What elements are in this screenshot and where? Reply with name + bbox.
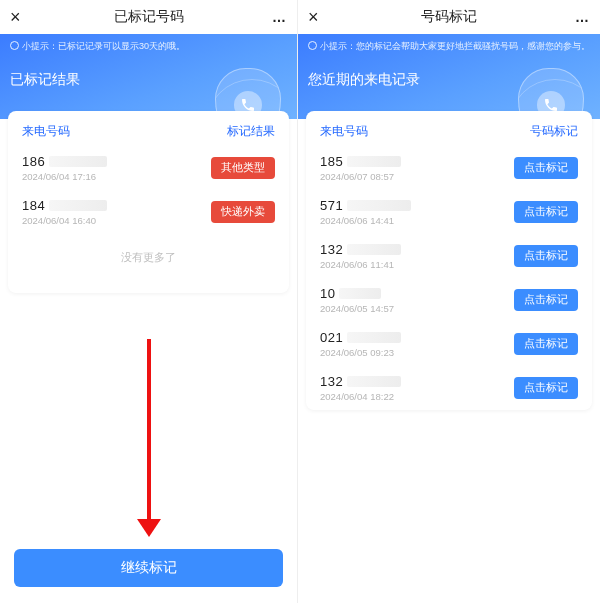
more-icon[interactable]: … (570, 9, 590, 25)
phone-number: 184 (22, 198, 211, 213)
no-more-text: 没有更多了 (8, 234, 289, 293)
annotation-arrow (137, 339, 161, 537)
mark-button[interactable]: 点击标记 (514, 201, 578, 223)
col-number: 来电号码 (22, 123, 70, 140)
col-mark: 号码标记 (530, 123, 578, 140)
timestamp: 2024/06/04 18:22 (320, 391, 514, 402)
hero-banner: 小提示：您的标记会帮助大家更好地拦截骚扰号码，感谢您的参与。 您近期的来电记录 (298, 34, 600, 119)
timestamp: 2024/06/05 14:57 (320, 303, 514, 314)
card-header: 来电号码 号码标记 (306, 111, 592, 146)
close-icon[interactable]: × (10, 8, 30, 26)
phone-number: 132 (320, 242, 514, 257)
titlebar: × 号码标记 … (298, 0, 600, 34)
masked-digits (339, 288, 381, 299)
timestamp: 2024/06/04 16:40 (22, 215, 211, 226)
list-item: 1862024/06/04 17:16其他类型 (8, 146, 289, 190)
list-item: 102024/06/05 14:57点击标记 (306, 278, 592, 322)
phone-number: 021 (320, 330, 514, 345)
card-header: 来电号码 标记结果 (8, 111, 289, 146)
phone-number: 185 (320, 154, 514, 169)
titlebar: × 已标记号码 … (0, 0, 297, 34)
phone-number: 132 (320, 374, 514, 389)
list-item: 1322024/06/04 18:22点击标记 (306, 366, 592, 410)
list-item: 1852024/06/07 08:57点击标记 (306, 146, 592, 190)
masked-digits (347, 332, 401, 343)
masked-digits (49, 200, 107, 211)
bottom-bar: 继续标记 (0, 539, 297, 603)
mark-button[interactable]: 点击标记 (514, 289, 578, 311)
list-item: 0212024/06/05 09:23点击标记 (306, 322, 592, 366)
screen-marked-numbers: × 已标记号码 … 小提示：已标记记录可以显示30天的哦。 已标记结果 来电号码… (0, 0, 297, 603)
tag-label: 快递外卖 (211, 201, 275, 223)
masked-digits (347, 376, 401, 387)
hero-banner: 小提示：已标记记录可以显示30天的哦。 已标记结果 (0, 34, 297, 119)
mark-button[interactable]: 点击标记 (514, 245, 578, 267)
list-item: 1322024/06/06 11:41点击标记 (306, 234, 592, 278)
tip-text: 小提示：已标记记录可以显示30天的哦。 (10, 40, 287, 53)
page-title: 已标记号码 (30, 8, 267, 26)
close-icon[interactable]: × (308, 8, 328, 26)
tip-text: 小提示：您的标记会帮助大家更好地拦截骚扰号码，感谢您的参与。 (308, 40, 590, 53)
timestamp: 2024/06/06 14:41 (320, 215, 514, 226)
masked-digits (347, 200, 411, 211)
page-title: 号码标记 (328, 8, 570, 26)
phone-number: 571 (320, 198, 514, 213)
screen-number-marking: × 号码标记 … 小提示：您的标记会帮助大家更好地拦截骚扰号码，感谢您的参与。 … (297, 0, 600, 603)
call-log-card: 来电号码 号码标记 1852024/06/07 08:57点击标记5712024… (306, 111, 592, 410)
masked-digits (49, 156, 107, 167)
list-item: 1842024/06/04 16:40快递外卖 (8, 190, 289, 234)
masked-digits (347, 156, 401, 167)
mark-button[interactable]: 点击标记 (514, 157, 578, 179)
phone-number: 186 (22, 154, 211, 169)
mark-button[interactable]: 点击标记 (514, 333, 578, 355)
results-card: 来电号码 标记结果 1862024/06/04 17:16其他类型1842024… (8, 111, 289, 293)
timestamp: 2024/06/07 08:57 (320, 171, 514, 182)
clock-icon (308, 41, 317, 50)
timestamp: 2024/06/04 17:16 (22, 171, 211, 182)
timestamp: 2024/06/06 11:41 (320, 259, 514, 270)
phone-number: 10 (320, 286, 514, 301)
more-icon[interactable]: … (267, 9, 287, 25)
continue-mark-button[interactable]: 继续标记 (14, 549, 283, 587)
tag-label: 其他类型 (211, 157, 275, 179)
mark-button[interactable]: 点击标记 (514, 377, 578, 399)
col-result: 标记结果 (227, 123, 275, 140)
clock-icon (10, 41, 19, 50)
list-item: 5712024/06/06 14:41点击标记 (306, 190, 592, 234)
timestamp: 2024/06/05 09:23 (320, 347, 514, 358)
col-number: 来电号码 (320, 123, 368, 140)
masked-digits (347, 244, 401, 255)
